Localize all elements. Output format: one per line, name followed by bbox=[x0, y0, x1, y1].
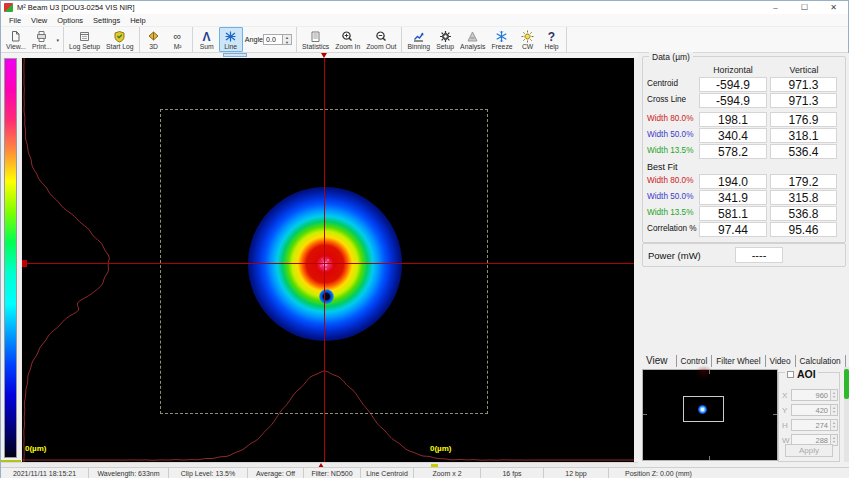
menu-file[interactable]: File bbox=[4, 16, 26, 25]
binning-button-label: Binning bbox=[407, 43, 430, 51]
menu-view[interactable]: View bbox=[26, 16, 52, 25]
status-segment: 12 bpp bbox=[544, 468, 609, 478]
analysis-button[interactable]: Analysis bbox=[457, 27, 488, 52]
data-row-label: Width 80.0% bbox=[647, 114, 693, 123]
angle-control: Angle0.0▲▼ bbox=[243, 27, 294, 52]
start-log-button[interactable]: Start Log bbox=[103, 27, 137, 52]
aoi-field-label: Y bbox=[782, 406, 787, 415]
data-cell-vertical: 179.2 bbox=[770, 174, 837, 189]
log-setup-button[interactable]: Log Setup bbox=[66, 27, 103, 52]
status-segment: Position Z: 0.00 (mm) bbox=[609, 468, 849, 478]
aoi-field-spinner[interactable]: ▲▼ bbox=[831, 419, 838, 431]
tab-video[interactable]: Video bbox=[766, 355, 796, 367]
close-button[interactable]: ✕ bbox=[819, 1, 848, 14]
thumbnail-tick-left bbox=[643, 414, 647, 415]
freeze-icon bbox=[495, 30, 508, 43]
data-row: Width 13.5%578.2536.4 bbox=[643, 144, 847, 159]
tab-view[interactable]: View bbox=[642, 355, 677, 367]
beam-image-display[interactable]: 0(µm) 0(µm) bbox=[21, 58, 634, 462]
panel-scrollbar-thumb[interactable] bbox=[844, 369, 849, 399]
data-cell-vertical: 971.3 bbox=[770, 93, 837, 108]
top-scroll-thumb[interactable] bbox=[223, 53, 247, 57]
aoi-field-spinner[interactable]: ▲▼ bbox=[831, 389, 838, 401]
help-button[interactable]: ?Help bbox=[540, 27, 564, 52]
status-segment: Filter: ND500 bbox=[304, 468, 361, 478]
tab-calculation[interactable]: Calculation bbox=[796, 355, 846, 367]
zoom-in-button[interactable]: Zoom In bbox=[332, 27, 363, 52]
freeze-button[interactable]: Freeze bbox=[488, 27, 515, 52]
aoi-checkbox[interactable] bbox=[787, 371, 794, 378]
status-segment: Clip Level: 13.5% bbox=[169, 468, 248, 478]
3d-icon bbox=[147, 30, 160, 43]
window-title: M² Beam U3 [DOU3-0254 VIS NIR] bbox=[17, 3, 135, 12]
aoi-field-input[interactable]: 420 bbox=[791, 404, 831, 416]
power-label: Power (mW) bbox=[648, 250, 701, 261]
statistics-button[interactable]: Statistics bbox=[299, 27, 332, 52]
thumbnail-tick-top bbox=[709, 370, 710, 374]
zoom-out-icon bbox=[375, 30, 388, 43]
print-dropdown-arrow[interactable]: ▾ bbox=[55, 27, 62, 52]
beam-thumbnail[interactable] bbox=[642, 369, 778, 461]
thumbnail-tick-right bbox=[773, 414, 777, 415]
cw-button[interactable]: CW bbox=[516, 27, 540, 52]
aoi-field-h: H274▲▼ bbox=[782, 419, 838, 431]
tab-filter-wheel[interactable]: Filter Wheel bbox=[712, 355, 765, 367]
log-setup-icon bbox=[78, 30, 91, 43]
crosshair-horizontal-line[interactable] bbox=[22, 263, 634, 264]
zoom-out-button-label: Zoom Out bbox=[366, 43, 396, 51]
angle-input[interactable]: 0.0 bbox=[263, 34, 283, 45]
aoi-field-input[interactable]: 274 bbox=[791, 419, 831, 431]
data-row: Width 80.0%198.1176.9 bbox=[643, 112, 847, 127]
3d-button[interactable]: 3D bbox=[142, 27, 166, 52]
title-bar: M² Beam U3 [DOU3-0254 VIS NIR] – ☐ ✕ bbox=[1, 1, 848, 14]
aoi-field-spinner[interactable]: ▲▼ bbox=[831, 404, 838, 416]
menu-help[interactable]: Help bbox=[125, 16, 150, 25]
data-cell-vertical: 536.4 bbox=[770, 144, 837, 159]
power-value: ---- bbox=[735, 247, 783, 263]
data-cell-horizontal: 97.44 bbox=[699, 222, 767, 237]
apply-button[interactable]: Apply bbox=[785, 444, 833, 457]
binning-button[interactable]: Binning bbox=[404, 27, 433, 52]
menu-options[interactable]: Options bbox=[52, 16, 88, 25]
data-row-label: Width 50.0% bbox=[647, 130, 693, 139]
aoi-field-x: X960▲▼ bbox=[782, 389, 838, 401]
maximize-button[interactable]: ☐ bbox=[790, 1, 819, 14]
sum-button[interactable]: ΛSum bbox=[195, 27, 219, 52]
app-window: M² Beam U3 [DOU3-0254 VIS NIR] – ☐ ✕ Fil… bbox=[0, 0, 849, 478]
beam-display-area: 0(µm) 0(µm) bbox=[1, 53, 638, 467]
aoi-field-input[interactable]: 960 bbox=[791, 389, 831, 401]
view-button[interactable]: View... bbox=[3, 27, 29, 52]
angle-spinner[interactable]: ▲▼ bbox=[283, 34, 292, 45]
print-button[interactable]: Print... bbox=[29, 27, 55, 52]
aoi-field-y: Y420▲▼ bbox=[782, 404, 838, 416]
m2-button[interactable]: ∞M² bbox=[166, 27, 190, 52]
analysis-button-label: Analysis bbox=[460, 43, 485, 51]
status-segment: 16 fps bbox=[481, 468, 544, 478]
zoom-out-button[interactable]: Zoom Out bbox=[363, 27, 399, 52]
data-row-label: Width 80.0% bbox=[647, 176, 693, 185]
zoom-in-icon bbox=[341, 30, 354, 43]
line-button[interactable]: Line bbox=[219, 27, 243, 52]
start-log-button-label: Start Log bbox=[106, 43, 134, 51]
view-icon bbox=[9, 30, 22, 43]
data-row: Best Fit bbox=[643, 160, 847, 175]
menu-settings[interactable]: Settings bbox=[88, 16, 125, 25]
setup-button[interactable]: Setup bbox=[433, 27, 457, 52]
data-cell-horizontal: 578.2 bbox=[699, 144, 767, 159]
status-segment: Wavelength: 633nm bbox=[89, 468, 169, 478]
aoi-field-label: X bbox=[782, 391, 787, 400]
right-panel: Data (µm) Horizontal Vertical Centroid-5… bbox=[638, 53, 849, 467]
aoi-groupbox: AOI X960▲▼Y420▲▼H274▲▼W288▲▼ Apply bbox=[778, 372, 840, 462]
app-icon bbox=[4, 3, 13, 12]
data-row-label: Cross Line bbox=[647, 95, 686, 104]
print-button-label: Print... bbox=[32, 43, 52, 51]
crosshair-vertical-line[interactable] bbox=[324, 58, 325, 462]
data-row: Width 50.0%341.9315.8 bbox=[643, 190, 847, 205]
panel-scrollbar[interactable] bbox=[844, 367, 849, 462]
crosshair-left-marker bbox=[22, 260, 27, 267]
status-segment: Zoom x 2 bbox=[414, 468, 481, 478]
data-row-label: Width 13.5% bbox=[647, 208, 693, 217]
minimize-button[interactable]: – bbox=[761, 1, 790, 14]
binning-icon bbox=[412, 30, 425, 43]
log-setup-button-label: Log Setup bbox=[69, 43, 100, 51]
